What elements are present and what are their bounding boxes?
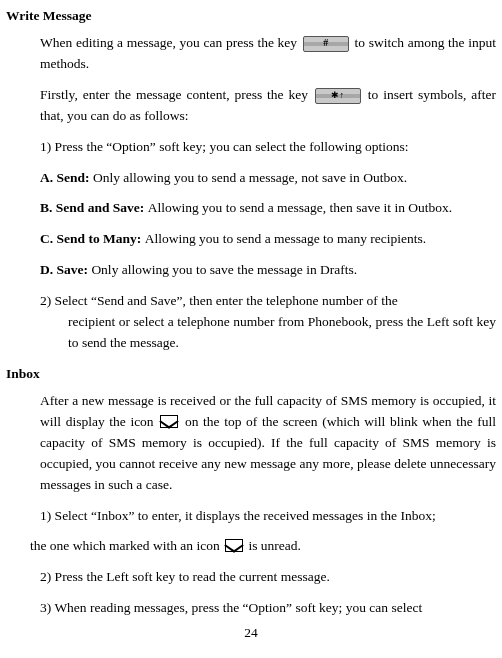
inbox-step-3: 3) When reading messages, press the “Opt… [40,598,496,619]
envelope-icon [160,415,178,428]
envelope-icon [225,539,243,552]
option-label: B. Send and Save: [40,200,148,215]
write-step-2: 2) Select “Send and Save”, then enter th… [40,291,496,354]
option-save: D. Save: Only allowing you to save the m… [40,260,496,281]
inbox-intro: After a new message is received or the f… [40,391,496,496]
option-text: Allowing you to send a message to many r… [145,231,427,246]
inbox-step-1: 1) Select “Inbox” to enter, it displays … [40,506,496,527]
inbox-unread-line: the one which marked with an icon is unr… [30,536,496,557]
option-text: Only allowing you to send a message, not… [93,170,407,185]
write-intro-2: Firstly, enter the message content, pres… [40,85,496,127]
page-number: 24 [0,623,502,644]
text-fragment: is unread. [248,538,300,553]
text-fragment: When editing a message, you can press th… [40,35,301,50]
option-send-many: C. Send to Many: Allowing you to send a … [40,229,496,250]
step2-continuation: recipient or select a telephone number f… [40,312,496,354]
option-label: A. Send: [40,170,93,185]
write-step-1: 1) Press the “Option” soft key; you can … [40,137,496,158]
hash-key-icon [303,36,349,52]
heading-write-message: Write Message [6,6,496,27]
star-key-icon [315,88,361,104]
option-text: Only allowing you to save the message in… [91,262,357,277]
option-label: C. Send to Many: [40,231,145,246]
inbox-step-2: 2) Press the Left soft key to read the c… [40,567,496,588]
text-fragment: Firstly, enter the message content, pres… [40,87,313,102]
option-label: D. Save: [40,262,91,277]
option-text: Allowing you to send a message, then sav… [148,200,452,215]
option-send-save: B. Send and Save: Allowing you to send a… [40,198,496,219]
heading-inbox: Inbox [6,364,496,385]
step2-first-line: 2) Select “Send and Save”, then enter th… [40,291,496,312]
option-send: A. Send: Only allowing you to send a mes… [40,168,496,189]
text-fragment: the one which marked with an icon [30,538,223,553]
write-intro-1: When editing a message, you can press th… [40,33,496,75]
